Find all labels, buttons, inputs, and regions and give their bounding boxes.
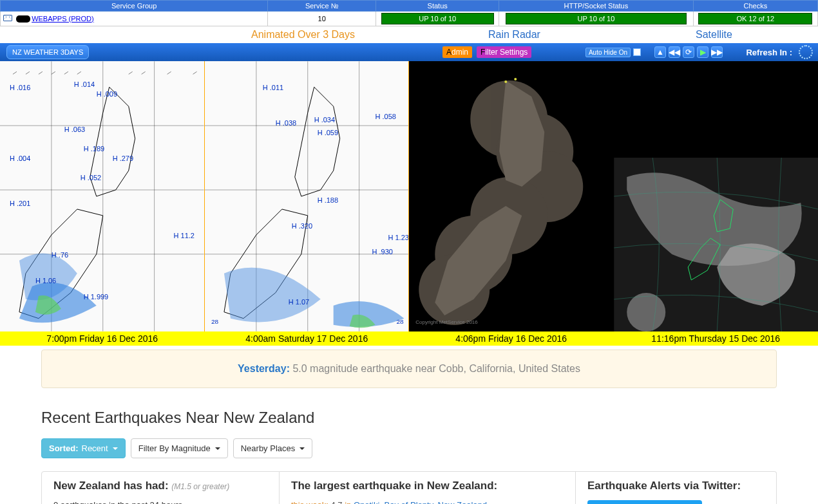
col-service-no: Service № xyxy=(268,1,376,12)
col-status: Status xyxy=(376,1,499,12)
filter-magnitude-button[interactable]: Filter By Magnitude xyxy=(131,438,228,458)
service-no-cell: 10 xyxy=(268,12,376,26)
wind-map-panel-1: H .016 H .014 H .009 H .063 H .189 H .27… xyxy=(0,61,205,346)
satellite-label: Satellite xyxy=(696,29,732,41)
recent-section: Recent Earthquakes Near New Zealand Sort… xyxy=(0,392,818,504)
svg-text:H 1.999: H 1.999 xyxy=(84,293,108,301)
refresh-icon[interactable]: ⟳ xyxy=(683,46,694,58)
largest-head: The largest earthquake in New Zealand: xyxy=(291,480,564,492)
yesterday-banner: Yesterday: 5.0 magnitude earthquake near… xyxy=(41,350,777,388)
animated-label: Animated Over 3 Days xyxy=(251,29,355,41)
largest-column: The largest earthquake in New Zealand: t… xyxy=(280,471,576,504)
col-service-group: Service Group xyxy=(1,1,268,12)
loading-spinner-icon xyxy=(799,45,813,59)
wind-map-2: H .011 H .038 H .034 H .059 H .058 H .18… xyxy=(205,61,410,331)
map-caption-2: 4:00am Saturday 17 Dec 2016 xyxy=(205,331,410,346)
svg-point-50 xyxy=(627,293,665,331)
filter-settings-button[interactable]: Filter Settings xyxy=(477,46,531,58)
checks-badge: OK 12 of 12 xyxy=(698,13,812,24)
svg-text:H 1.06: H 1.06 xyxy=(35,277,56,285)
map-caption-4: 11:16pm Thursday 15 Dec 2016 xyxy=(614,331,819,346)
redacted-icon xyxy=(16,15,30,23)
wind-map-panel-2: H .011 H .038 H .034 H .059 H .058 H .18… xyxy=(205,61,410,346)
col-http-socket: HTTP/Socket Status xyxy=(499,1,693,12)
nz-has-had: New Zealand has had: xyxy=(53,480,169,492)
play-icon[interactable]: ▶ xyxy=(697,46,709,58)
svg-point-47 xyxy=(514,78,517,80)
twitter-head: Earthquake Alerts via Twitter: xyxy=(587,480,765,492)
wind-map-1: H .016 H .014 H .009 H .063 H .189 H .27… xyxy=(0,61,205,331)
weather-tab[interactable]: NZ WEATHER 3DAYS xyxy=(6,45,89,59)
envelope-icon[interactable] xyxy=(3,15,12,21)
svg-text:H .034: H .034 xyxy=(314,116,334,124)
sort-button[interactable]: Sorted: Recent xyxy=(41,438,126,458)
svg-text:H .009: H .009 xyxy=(97,90,117,98)
admin-button[interactable]: Admin xyxy=(442,46,472,58)
col-checks: Checks xyxy=(693,1,817,12)
rewind-icon[interactable]: ◀◀ xyxy=(669,46,680,58)
eject-icon[interactable]: ▲ xyxy=(654,46,666,58)
twitter-column: Earthquake Alerts via Twitter: Follow @Q… xyxy=(576,471,777,504)
svg-point-46 xyxy=(504,80,507,83)
svg-text:H .058: H .058 xyxy=(375,113,395,120)
svg-text:H 11.2: H 11.2 xyxy=(174,232,195,239)
control-bar: NZ WEATHER 3DAYS Admin Filter Settings A… xyxy=(0,43,818,61)
yesterday-text: 5.0 magnitude earthquake near Cobb, Cali… xyxy=(290,363,580,374)
twitter-follow-button[interactable]: Follow @QuakesToday xyxy=(587,500,702,504)
radar-map: Copyright MetService 2016 xyxy=(409,61,614,331)
svg-text:H .011: H .011 xyxy=(262,84,283,91)
satellite-map xyxy=(614,61,819,331)
chevron-down-icon xyxy=(113,447,118,450)
status-badge: UP 10 of 10 xyxy=(381,13,494,24)
svg-text:H 1.07: H 1.07 xyxy=(288,298,309,306)
svg-text:28: 28 xyxy=(396,318,404,325)
svg-text:H .014: H .014 xyxy=(74,80,95,88)
svg-text:H .052: H .052 xyxy=(81,174,101,182)
svg-text:H .279: H .279 xyxy=(113,154,133,162)
recent-heading: Recent Earthquakes Near New Zealand xyxy=(41,409,777,427)
radar-panel: Copyright MetService 2016 4:06pm Friday … xyxy=(409,61,614,346)
refresh-in-label: Refresh In : xyxy=(746,48,792,57)
map-row: H .016 H .014 H .009 H .063 H .189 H .27… xyxy=(0,61,818,346)
nz-sub: (M1.5 or greater) xyxy=(171,482,229,491)
svg-text:H 1.23: H 1.23 xyxy=(388,234,408,241)
radar-copyright: Copyright MetService 2016 xyxy=(415,319,478,325)
satellite-panel: 11:16pm Thursday 15 Dec 2016 xyxy=(614,61,819,346)
http-status-badge: UP 10 of 10 xyxy=(506,13,687,24)
svg-text:H .188: H .188 xyxy=(317,196,338,204)
rain-radar-label: Rain Radar xyxy=(488,29,540,41)
map-caption-3: 4:06pm Friday 16 Dec 2016 xyxy=(409,331,614,346)
auto-hide-toggle[interactable]: Auto Hide On xyxy=(585,48,641,57)
table-row: WEBAPPS (PROD) 10 UP 10 of 10 UP 10 of 1… xyxy=(1,12,818,26)
fast-forward-icon[interactable]: ▶▶ xyxy=(711,46,723,58)
chevron-down-icon xyxy=(215,447,220,450)
largest-line: this week: 4.7 in Opotiki, Bay of Plenty… xyxy=(291,500,564,504)
svg-text:28: 28 xyxy=(211,318,218,325)
svg-text:H .320: H .320 xyxy=(291,222,312,230)
svg-text:H .063: H .063 xyxy=(64,126,85,133)
svg-text:H .059: H .059 xyxy=(317,129,338,136)
map-caption-1: 7:00pm Friday 16 Dec 2016 xyxy=(0,331,205,346)
svg-text:H .004: H .004 xyxy=(10,154,30,162)
status-table: Service Group Service № Status HTTP/Sock… xyxy=(0,0,818,26)
svg-text:H .76: H .76 xyxy=(52,251,68,259)
location-link[interactable]: Opotiki, Bay of Plenty, New Zealand xyxy=(354,500,487,504)
stat-line: 0 earthquakes in the past 24 hours xyxy=(53,500,267,504)
nearby-places-button[interactable]: Nearby Places xyxy=(233,438,313,458)
svg-text:H .038: H .038 xyxy=(275,119,296,127)
svg-text:H .201: H .201 xyxy=(10,200,30,207)
stats-column: New Zealand has had: (M1.5 or greater) 0… xyxy=(41,471,280,504)
service-group-link[interactable]: WEBAPPS (PROD) xyxy=(32,15,94,23)
yesterday-label: Yesterday: xyxy=(238,363,290,374)
svg-text:H .016: H .016 xyxy=(10,84,30,91)
svg-text:H .930: H .930 xyxy=(372,248,392,256)
svg-text:H .189: H .189 xyxy=(84,145,104,153)
chevron-down-icon xyxy=(300,447,305,450)
